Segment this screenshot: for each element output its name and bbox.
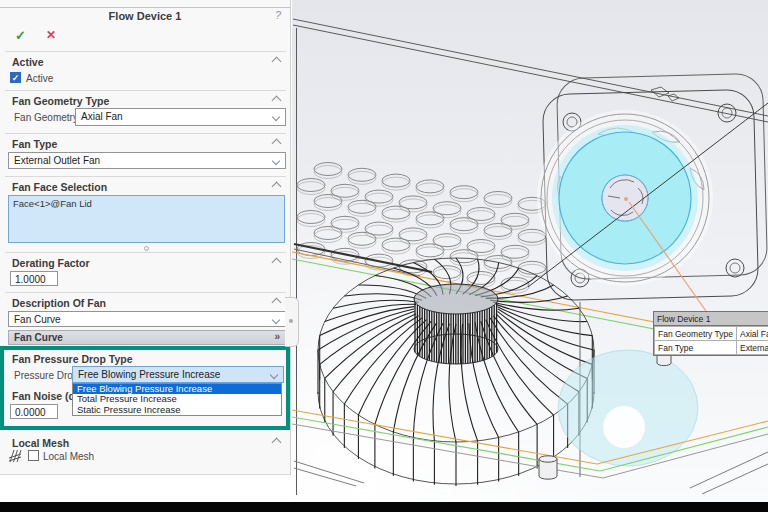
callout-value: External Outlet Fan [736, 341, 768, 355]
chevron-down-icon [272, 157, 280, 165]
chevron-down-icon [272, 316, 280, 324]
3d-viewport[interactable]: Flow Device 1 Fan Geometry Type Axial Fa… [292, 0, 768, 502]
section-header-pressure-drop[interactable]: Fan Pressure Drop Type [12, 353, 133, 365]
selected-face-item[interactable]: Face<1>@Fan Lid [13, 198, 280, 209]
active-checkbox-label: Active [26, 73, 53, 84]
section-header-fan-geometry[interactable]: Fan Geometry Type [12, 95, 109, 107]
active-checkbox[interactable]: ✓ [10, 72, 21, 83]
pressure-drop-option[interactable]: Total Pressure Increase [73, 394, 281, 404]
chevron-down-icon [272, 113, 280, 121]
local-mesh-checkbox[interactable] [28, 450, 39, 461]
section-header-description[interactable]: Description Of Fan [12, 297, 106, 309]
section-header-active[interactable]: Active [12, 56, 44, 68]
description-of-fan-select[interactable]: Fan Curve [8, 311, 286, 327]
collapse-chevron-icon[interactable] [272, 96, 282, 106]
section-header-derating[interactable]: Derating Factor [12, 257, 90, 269]
help-icon[interactable]: ? [275, 9, 281, 21]
pressure-drop-option[interactable]: Static Pressure Increase [73, 405, 281, 415]
fan-face-selection-list[interactable]: Face<1>@Fan Lid [8, 195, 285, 243]
panel-splitter-handle[interactable] [285, 297, 299, 347]
impeller-wireframe [318, 258, 594, 486]
collapse-chevron-icon[interactable] [272, 298, 282, 308]
panel-top-border [0, 7, 290, 8]
ok-check-icon[interactable]: ✓ [15, 28, 26, 43]
panel-title: Flow Device 1 [0, 10, 290, 22]
section-header-fan-face[interactable]: Fan Face Selection [12, 181, 107, 193]
face-center-point [624, 197, 628, 201]
flow-device-callout[interactable]: Flow Device 1 Fan Geometry Type Axial Fa… [653, 311, 768, 356]
fan-geometry-select[interactable]: Axial Fan [75, 108, 286, 126]
pressure-drop-options-list[interactable]: Free Blowing Pressure IncreaseTotal Pres… [72, 383, 282, 416]
callout-row-fantype: Fan Type External Outlet Fan [655, 341, 768, 355]
separator [5, 51, 286, 52]
pressure-drop-select[interactable]: Free Blowing Pressure Increase [72, 366, 284, 383]
bottom-black-bar [0, 502, 768, 512]
fan-type-value: External Outlet Fan [14, 155, 100, 166]
callout-label: Fan Type [655, 341, 737, 355]
collapse-chevron-icon[interactable] [272, 258, 282, 268]
fan-type-select[interactable]: External Outlet Fan [8, 152, 286, 169]
local-mesh-label: Local Mesh [43, 451, 94, 462]
app-window: Flow Device 1 Fan Geometry Type Axial Fa… [0, 0, 768, 512]
pressure-drop-option[interactable]: Free Blowing Pressure Increase [73, 384, 281, 394]
edge-green-lower [292, 417, 768, 471]
separator [5, 133, 286, 134]
fan-curve-button-label: Fan Curve [14, 332, 63, 343]
separator [5, 292, 286, 293]
collapse-chevron-icon[interactable] [272, 182, 282, 192]
callout-row-geometry: Fan Geometry Type Axial Fan [655, 327, 768, 341]
chevron-down-icon [270, 371, 278, 379]
pressure-drop-value: Free Blowing Pressure Increase [78, 369, 220, 380]
callout-value: Axial Fan [736, 327, 768, 341]
callout-label: Fan Geometry Type [655, 327, 737, 341]
callout-title: Flow Device 1 [654, 312, 768, 326]
resize-handle[interactable] [144, 246, 149, 251]
description-value: Fan Curve [14, 314, 61, 325]
cad-scene [292, 0, 768, 502]
section-header-fan-type[interactable]: Fan Type [12, 138, 57, 150]
fan-curve-button[interactable]: Fan Curve » [8, 330, 286, 345]
derating-factor-input[interactable]: 1.0000 [10, 271, 58, 286]
cancel-x-icon[interactable]: ✕ [46, 28, 56, 42]
splitter-dot [289, 319, 293, 323]
fan-geometry-value: Axial Fan [81, 111, 123, 122]
collapse-chevron-icon[interactable] [272, 438, 282, 448]
expand-more-icon: » [274, 331, 280, 342]
separator [5, 252, 286, 253]
separator [5, 176, 286, 177]
flow-device-property-panel: Flow Device 1 ? ✓ ✕ Active ✓ Active Fan … [0, 0, 291, 475]
collapse-chevron-icon[interactable] [272, 57, 282, 67]
vent-hole-grid [297, 163, 546, 294]
mesh-icon [8, 448, 23, 463]
collapse-chevron-icon[interactable] [272, 139, 282, 149]
faint-fan-face [558, 350, 698, 466]
separator [5, 90, 286, 91]
fan-noise-input[interactable]: 0.0000 [10, 404, 58, 419]
